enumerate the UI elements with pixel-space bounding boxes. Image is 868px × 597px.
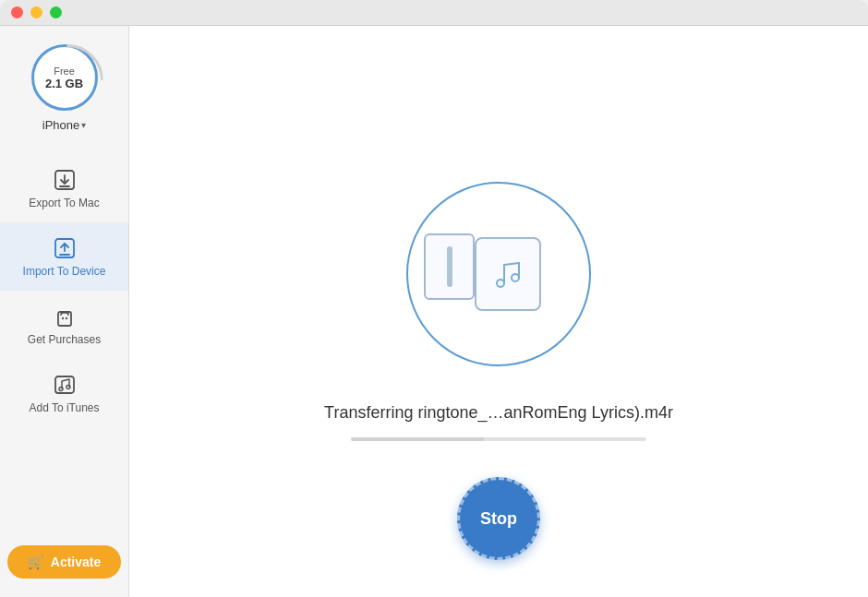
activate-label: Activate [51,555,101,569]
transfer-text: Transferring ringtone_…anRomEng Lyrics).… [324,403,673,423]
svg-rect-9 [55,376,74,393]
svg-point-10 [59,388,63,391]
minimize-button[interactable] [30,6,42,18]
card-left-bar [447,246,452,287]
sidebar-item-export-to-mac[interactable]: Export To Mac [0,154,128,222]
activate-button[interactable]: 🛒 Activate [7,545,121,579]
main-content: Transferring ringtone_…anRomEng Lyrics).… [129,26,868,597]
export-to-mac-icon [52,167,78,193]
sidebar: Free 2.1 GB iPhone ▾ Export To [0,26,129,597]
stop-button[interactable]: Stop [457,477,540,560]
svg-point-7 [61,317,63,319]
storage-circle: Free 2.1 GB [31,44,98,111]
music-note-icon [488,254,528,294]
title-bar [0,0,868,26]
sidebar-item-import-to-device[interactable]: Import To Device [0,222,128,291]
card-right [475,237,541,311]
sidebar-item-add-to-itunes-label: Add To iTunes [29,401,99,414]
transfer-circle [406,182,591,366]
cart-icon: 🛒 [28,555,43,569]
chevron-down-icon: ▾ [81,120,86,130]
device-name-label: iPhone [42,118,79,132]
import-to-device-icon [52,235,78,261]
storage-free-label: Free [54,66,75,77]
device-section: Free 2.1 GB iPhone ▾ [31,44,98,132]
sidebar-item-get-purchases[interactable]: Get Purchases [0,291,128,359]
card-left [424,233,475,300]
svg-line-14 [504,263,519,265]
storage-size-value: 2.1 GB [45,77,83,90]
svg-point-8 [65,317,66,319]
close-button[interactable] [11,6,23,18]
sidebar-item-get-purchases-label: Get Purchases [28,333,101,346]
sidebar-item-import-to-device-label: Import To Device [23,265,106,278]
progress-bar-container [351,437,646,441]
device-name[interactable]: iPhone ▾ [42,118,86,132]
stop-label: Stop [480,509,517,529]
get-purchases-icon [52,304,78,329]
sidebar-item-add-to-itunes[interactable]: Add To iTunes [0,359,128,427]
maximize-button[interactable] [50,6,62,18]
nav-items: Export To Mac Import To Device [0,154,128,427]
add-to-itunes-icon [52,372,78,398]
music-cards [465,237,532,311]
svg-point-11 [66,386,70,389]
svg-rect-6 [58,312,71,326]
sidebar-item-export-to-mac-label: Export To Mac [29,197,99,209]
app-body: Free 2.1 GB iPhone ▾ Export To [0,26,868,597]
progress-bar-fill [351,437,484,441]
